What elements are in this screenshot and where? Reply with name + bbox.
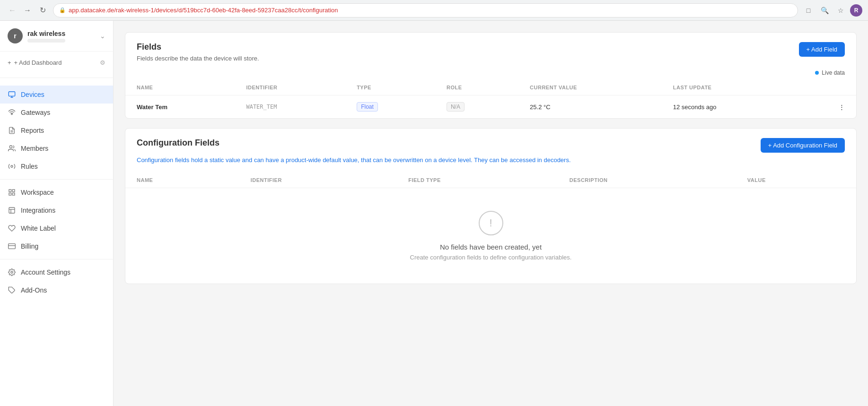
sidebar-item-label-rules: Rules <box>21 163 38 170</box>
sidebar-item-white-label[interactable]: White Label <box>0 219 113 237</box>
empty-subtitle: Create configuration fields to define co… <box>410 254 572 261</box>
brand-chevron-icon[interactable]: ⌄ <box>100 32 105 40</box>
sidebar-top-section: + + Add Dashboard ⚙ <box>0 52 113 74</box>
sidebar-item-members[interactable]: Members <box>0 139 113 157</box>
field-role-cell: N/A <box>435 95 518 119</box>
svg-point-4 <box>9 146 12 148</box>
fields-table: NAME IDENTIFIER TYPE ROLE CURRENT VALUE … <box>125 80 856 118</box>
add-dashboard-button[interactable]: + + Add Dashboard ⚙ <box>0 55 113 70</box>
bookmark-button[interactable]: ☆ <box>834 4 847 17</box>
sidebar: r rak wireless ⌄ + + Add Dashboard ⚙ <box>0 21 114 406</box>
svg-rect-13 <box>9 244 16 249</box>
svg-point-1 <box>11 113 13 115</box>
fields-table-header-row: NAME IDENTIFIER TYPE ROLE CURRENT VALUE … <box>125 80 856 95</box>
browser-nav-buttons: ← → ↻ <box>6 4 49 17</box>
config-col-value: VALUE <box>736 173 856 188</box>
sidebar-item-label-devices: Devices <box>21 91 44 98</box>
svg-rect-7 <box>12 190 15 192</box>
brand-info: rak wireless <box>27 30 65 43</box>
col-name: NAME <box>125 80 235 95</box>
add-dashboard-label: + Add Dashboard <box>14 59 62 66</box>
table-row: Water Tem WATER_TEM Float N/A 25.2 °C 12… <box>125 95 856 119</box>
address-bar[interactable]: 🔒 app.datacake.de/rak-wireless-1/devices… <box>53 3 798 17</box>
col-last-update: LAST UPDATE <box>662 80 797 95</box>
svg-rect-9 <box>12 193 15 195</box>
browser-chrome: ← → ↻ 🔒 app.datacake.de/rak-wireless-1/d… <box>0 0 868 21</box>
add-ons-icon <box>8 286 16 294</box>
sidebar-divider-2 <box>0 179 113 180</box>
svg-rect-10 <box>9 207 15 213</box>
empty-icon: ! <box>479 211 503 235</box>
sidebar-item-label-workspace: Workspace <box>21 189 54 196</box>
sidebar-item-add-ons[interactable]: Add-Ons <box>0 281 113 299</box>
config-description: Configuration fields hold a static value… <box>125 155 856 173</box>
user-avatar-browser[interactable]: R <box>850 4 862 17</box>
col-current-value: CURRENT VALUE <box>518 80 662 95</box>
sidebar-item-billing[interactable]: Billing <box>0 237 113 255</box>
config-col-field-type: FIELD TYPE <box>397 173 558 188</box>
sidebar-item-account-settings[interactable]: Account Settings <box>0 263 113 281</box>
sidebar-divider-3 <box>0 259 113 259</box>
gear-icon[interactable]: ⚙ <box>100 59 105 66</box>
forward-button[interactable]: → <box>21 4 34 17</box>
config-table-head: NAME IDENTIFIER FIELD TYPE DESCRIPTION V… <box>125 173 856 188</box>
sidebar-item-label-integrations: Integrations <box>21 207 55 214</box>
col-type: TYPE <box>345 80 435 95</box>
live-data-indicator: Live data <box>125 69 856 80</box>
sidebar-item-devices[interactable]: Devices <box>0 86 113 104</box>
sidebar-item-label-account-settings: Account Settings <box>21 268 70 276</box>
col-identifier: IDENTIFIER <box>235 80 345 95</box>
field-update-cell: 12 seconds ago <box>662 95 797 119</box>
fields-title: Fields <box>137 42 259 52</box>
config-table: NAME IDENTIFIER FIELD TYPE DESCRIPTION V… <box>125 173 856 188</box>
fields-table-body: Water Tem WATER_TEM Float N/A 25.2 °C 12… <box>125 95 856 119</box>
sidebar-item-label-add-ons: Add-Ons <box>21 286 47 294</box>
empty-state: ! No fields have been created, yet Creat… <box>125 188 856 284</box>
col-role: ROLE <box>435 80 518 95</box>
sidebar-item-integrations[interactable]: Integrations <box>0 201 113 219</box>
gateways-icon <box>8 108 16 117</box>
field-identifier-cell: WATER_TEM <box>235 95 345 119</box>
brand: r rak wireless <box>8 28 65 43</box>
type-badge: Float <box>357 102 378 112</box>
devices-icon <box>8 90 16 99</box>
fields-subtitle: Fields describe the data the device will… <box>137 55 259 62</box>
fields-card: Fields Fields describe the data the devi… <box>125 32 857 119</box>
white-label-icon <box>8 224 16 233</box>
sidebar-item-label-reports: Reports <box>21 127 44 134</box>
reload-button[interactable]: ↻ <box>36 4 49 17</box>
add-field-button[interactable]: + Add Field <box>799 42 845 57</box>
app-container: r rak wireless ⌄ + + Add Dashboard ⚙ <box>0 21 868 406</box>
members-icon <box>8 144 16 153</box>
add-config-field-button[interactable]: + Add Configuration Field <box>761 138 845 153</box>
svg-rect-6 <box>9 190 11 192</box>
field-type-cell: Float <box>345 95 435 119</box>
sidebar-item-gateways[interactable]: Gateways <box>0 104 113 121</box>
sidebar-item-label-billing: Billing <box>21 242 38 250</box>
fields-section-header: Fields Fields describe the data the devi… <box>125 33 856 69</box>
config-title-block: Configuration Fields <box>137 138 219 151</box>
sidebar-item-rules[interactable]: Rules <box>0 157 113 175</box>
config-col-name: NAME <box>125 173 239 188</box>
live-dot <box>815 71 819 75</box>
url-text: app.datacake.de/rak-wireless-1/devices/d… <box>69 7 338 14</box>
back-button[interactable]: ← <box>6 4 19 17</box>
live-data-label: Live data <box>822 69 845 76</box>
nav-section: Devices Gateways Reports Members <box>0 82 113 303</box>
sidebar-header: r rak wireless ⌄ <box>0 21 113 52</box>
workspace-icon <box>8 188 16 197</box>
cast-button[interactable]: □ <box>802 4 815 17</box>
svg-rect-8 <box>9 193 11 195</box>
field-value-cell: 25.2 °C <box>518 95 662 119</box>
config-header-row: NAME IDENTIFIER FIELD TYPE DESCRIPTION V… <box>125 173 856 188</box>
account-settings-icon <box>8 268 16 276</box>
sidebar-item-label-gateways: Gateways <box>21 109 50 116</box>
svg-point-5 <box>11 165 13 167</box>
zoom-button[interactable]: 🔍 <box>818 4 831 17</box>
row-actions-button[interactable]: ⋮ <box>797 95 856 119</box>
fields-table-head: NAME IDENTIFIER TYPE ROLE CURRENT VALUE … <box>125 80 856 95</box>
sidebar-item-reports[interactable]: Reports <box>0 121 113 139</box>
sidebar-item-workspace[interactable]: Workspace <box>0 183 113 201</box>
empty-title: No fields have been created, yet <box>440 243 542 251</box>
main-content: Fields Fields describe the data the devi… <box>114 21 868 406</box>
